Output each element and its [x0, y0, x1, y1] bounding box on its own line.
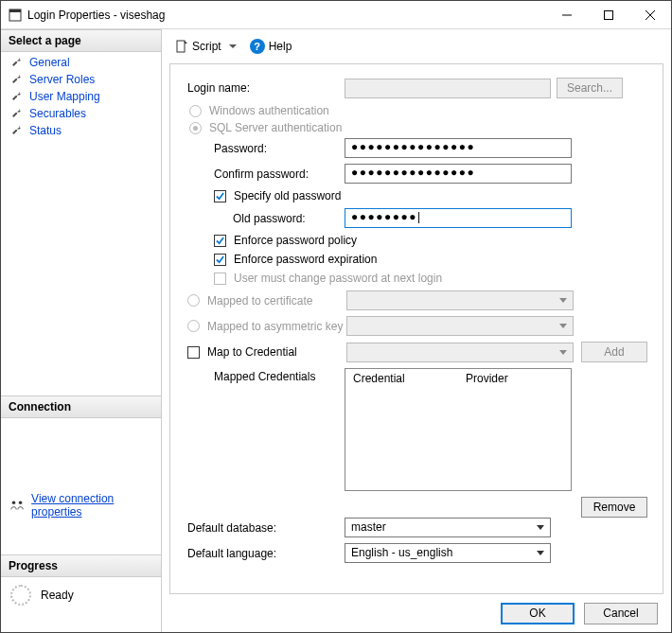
page-nav: General Server Roles User Mapping Secura… — [1, 52, 161, 141]
nav-label: General — [29, 56, 70, 69]
help-label: Help — [269, 40, 292, 53]
wrench-icon — [10, 124, 24, 137]
ok-button[interactable]: OK — [501, 603, 575, 624]
chevron-down-icon — [559, 350, 567, 355]
close-button[interactable] — [629, 1, 671, 28]
chevron-down-icon — [229, 44, 237, 48]
map-credential-checkbox[interactable] — [187, 346, 200, 359]
svg-rect-3 — [605, 10, 613, 19]
old-password-label: Old password: — [186, 212, 345, 225]
view-connection-link[interactable]: View connection properties — [31, 492, 151, 519]
wrench-icon — [10, 56, 24, 69]
titlebar: Login Properties - viseshag — [1, 1, 671, 29]
nav-general[interactable]: General — [1, 54, 161, 71]
connection-icon — [10, 498, 24, 513]
progress-section: Ready — [1, 577, 161, 613]
confirm-password-label: Confirm password: — [186, 167, 345, 181]
app-icon — [9, 9, 22, 22]
login-name-input — [345, 79, 551, 98]
old-password-input[interactable]: ●●●●●●●●| — [345, 208, 572, 228]
wrench-icon — [10, 90, 24, 103]
default-database-label: Default database: — [186, 521, 345, 535]
main-panel: Script ? Help Login name: Search... Wind… — [162, 29, 671, 632]
dialog-footer: OK Cancel — [162, 594, 671, 632]
connection-section: View connection properties — [1, 484, 161, 526]
enforce-policy-checkbox[interactable]: Enforce password policy — [186, 234, 647, 247]
login-properties-window: Login Properties - viseshag Select a pag… — [0, 0, 672, 633]
connection-header: Connection — [1, 396, 161, 418]
radio-icon — [189, 122, 202, 134]
nav-server-roles[interactable]: Server Roles — [1, 71, 161, 88]
map-credential-label: Map to Credential — [207, 345, 297, 359]
sidebar: Select a page General Server Roles User … — [1, 29, 162, 632]
svg-point-6 — [12, 501, 16, 505]
certificate-combo — [346, 290, 574, 310]
mapped-credentials-list[interactable]: Credential Provider — [345, 368, 572, 491]
nav-label: Server Roles — [29, 73, 95, 86]
cancel-button[interactable]: Cancel — [584, 603, 658, 624]
progress-status: Ready — [41, 589, 74, 602]
maximize-button[interactable] — [588, 1, 629, 28]
chevron-down-icon — [537, 551, 544, 555]
credential-combo — [346, 343, 574, 362]
sql-auth-radio: SQL Server authentication — [186, 121, 647, 134]
asym-key-combo — [346, 316, 574, 336]
progress-spinner-icon — [10, 585, 31, 606]
help-button[interactable]: ? Help — [246, 36, 296, 57]
minimize-button[interactable] — [546, 1, 588, 28]
progress-header: Progress — [1, 554, 161, 577]
default-language-combo[interactable]: English - us_english — [345, 543, 551, 563]
window-title: Login Properties - viseshag — [27, 9, 546, 22]
nav-user-mapping[interactable]: User Mapping — [1, 88, 161, 105]
nav-label: Status — [29, 124, 62, 137]
mapped-asym-label: Mapped to asymmetric key — [207, 320, 343, 333]
wrench-icon — [10, 107, 24, 120]
radio-icon — [187, 320, 200, 332]
radio-icon — [189, 105, 202, 117]
nav-label: User Mapping — [29, 90, 100, 103]
help-icon: ? — [250, 39, 265, 54]
chevron-down-icon — [559, 298, 567, 303]
remove-button[interactable]: Remove — [581, 497, 647, 518]
default-language-value: English - us_english — [345, 544, 550, 561]
specify-old-password-checkbox[interactable]: Specify old password — [186, 189, 647, 202]
enforce-expiration-label: Enforce password expiration — [234, 253, 377, 266]
svg-point-7 — [19, 501, 23, 505]
script-icon — [175, 40, 188, 53]
windows-auth-radio: Windows authentication — [186, 104, 647, 117]
script-button[interactable]: Script — [171, 37, 240, 56]
checkbox-icon — [214, 190, 226, 202]
mapped-credentials-label: Mapped Credentials — [186, 368, 345, 383]
chevron-down-icon — [537, 525, 544, 530]
must-change-checkbox: User must change password at next login — [186, 272, 647, 285]
provider-column: Provider — [458, 369, 571, 388]
nav-status[interactable]: Status — [1, 122, 161, 139]
nav-securables[interactable]: Securables — [1, 105, 161, 122]
nav-label: Securables — [29, 107, 86, 120]
wrench-icon — [10, 73, 24, 86]
default-language-label: Default language: — [186, 547, 345, 560]
credential-column: Credential — [345, 369, 458, 388]
radio-icon — [187, 294, 200, 307]
enforce-expiration-checkbox[interactable]: Enforce password expiration — [186, 253, 647, 266]
select-page-header: Select a page — [1, 29, 161, 52]
default-database-combo[interactable]: master — [345, 518, 551, 537]
chevron-down-icon — [559, 324, 567, 328]
default-database-value: master — [345, 519, 550, 536]
checkbox-icon — [214, 235, 226, 247]
checkbox-icon — [214, 254, 226, 266]
must-change-label: User must change password at next login — [234, 272, 442, 285]
sql-auth-label: SQL Server authentication — [209, 121, 342, 134]
windows-auth-label: Windows authentication — [209, 104, 329, 117]
svg-rect-8 — [177, 41, 185, 52]
script-label: Script — [192, 40, 221, 53]
password-label: Password: — [186, 142, 345, 155]
search-button: Search... — [557, 78, 623, 98]
add-button: Add — [581, 342, 647, 362]
general-form: Login name: Search... Windows authentica… — [169, 63, 663, 594]
confirm-password-input[interactable]: ●●●●●●●●●●●●●●● — [345, 164, 572, 184]
svg-rect-1 — [9, 9, 21, 12]
checkbox-icon — [214, 273, 226, 285]
password-input[interactable]: ●●●●●●●●●●●●●●● — [345, 138, 572, 158]
enforce-policy-label: Enforce password policy — [234, 234, 357, 247]
